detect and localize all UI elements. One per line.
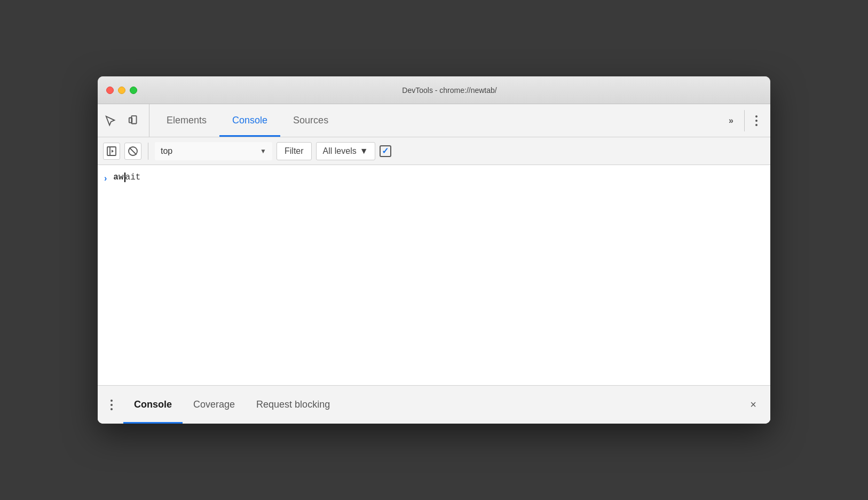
console-toolbar-divider: [148, 143, 148, 160]
drawer-tab-console[interactable]: Console: [123, 386, 183, 424]
checkbox-button[interactable]: ✓: [380, 145, 391, 157]
kebab-dot-3: [755, 124, 757, 126]
toolbar-more: »: [720, 110, 766, 131]
minimize-button[interactable]: [118, 87, 125, 94]
drawer-kebab-dot-1: [111, 400, 113, 402]
tab-console[interactable]: Console: [219, 104, 280, 137]
levels-button[interactable]: All levels ▼: [316, 142, 375, 160]
top-toolbar: Elements Console Sources »: [98, 104, 770, 137]
context-label: top: [161, 146, 256, 156]
close-button[interactable]: [106, 87, 114, 94]
filter-area: Filter All levels ▼ ✓: [277, 142, 765, 160]
drawer-tabs: Console Coverage Request blocking: [123, 386, 743, 424]
traffic-lights: [106, 87, 137, 94]
drawer-close-button[interactable]: ×: [745, 395, 762, 414]
svg-marker-4: [112, 150, 114, 153]
drawer-tab-coverage[interactable]: Coverage: [183, 386, 246, 424]
kebab-dot-1: [755, 115, 757, 118]
devtools-body: Elements Console Sources »: [98, 104, 770, 424]
levels-dropdown-arrow: ▼: [360, 146, 368, 156]
sidebar-toggle-button[interactable]: [103, 143, 120, 160]
context-dropdown-arrow: ▼: [260, 147, 266, 155]
console-bold-text: aw: [113, 173, 123, 182]
svg-rect-1: [129, 118, 132, 122]
bottom-drawer: Console Coverage Request blocking ×: [98, 385, 770, 424]
svg-line-6: [130, 147, 137, 154]
drawer-menu-button[interactable]: [106, 396, 117, 413]
inspect-element-button[interactable]: [102, 112, 119, 129]
tab-elements[interactable]: Elements: [154, 104, 219, 137]
toolbar-icons: [102, 104, 149, 137]
title-bar: DevTools - chrome://newtab/: [98, 76, 770, 104]
device-toolbar-button[interactable]: [125, 112, 143, 129]
devtools-window: DevTools - chrome://newtab/: [98, 76, 770, 424]
drawer-kebab-dot-2: [111, 404, 113, 406]
toolbar-divider: [744, 110, 745, 131]
console-prompt-arrow: ›: [104, 174, 107, 183]
filter-button[interactable]: Filter: [277, 142, 312, 160]
toolbar-menu-button[interactable]: [751, 112, 762, 129]
checkmark-icon: ✓: [382, 146, 389, 156]
tab-sources[interactable]: Sources: [280, 104, 341, 137]
kebab-dot-2: [755, 120, 757, 122]
maximize-button[interactable]: [130, 87, 137, 94]
window-title: DevTools - chrome://newtab/: [137, 86, 762, 95]
clear-console-button[interactable]: [124, 143, 141, 160]
context-selector[interactable]: top ▼: [155, 142, 272, 160]
more-tabs-button[interactable]: »: [724, 114, 738, 128]
console-input-text: await: [113, 173, 140, 182]
toolbar-tabs: Elements Console Sources: [154, 104, 720, 137]
console-normal-text: ait: [125, 173, 141, 182]
drawer-tab-request-blocking[interactable]: Request blocking: [246, 386, 341, 424]
console-entry[interactable]: › await: [98, 169, 770, 186]
drawer-kebab-dot-3: [111, 408, 113, 410]
console-content[interactable]: › await: [98, 165, 770, 385]
console-toolbar: top ▼ Filter All levels ▼ ✓: [98, 137, 770, 165]
